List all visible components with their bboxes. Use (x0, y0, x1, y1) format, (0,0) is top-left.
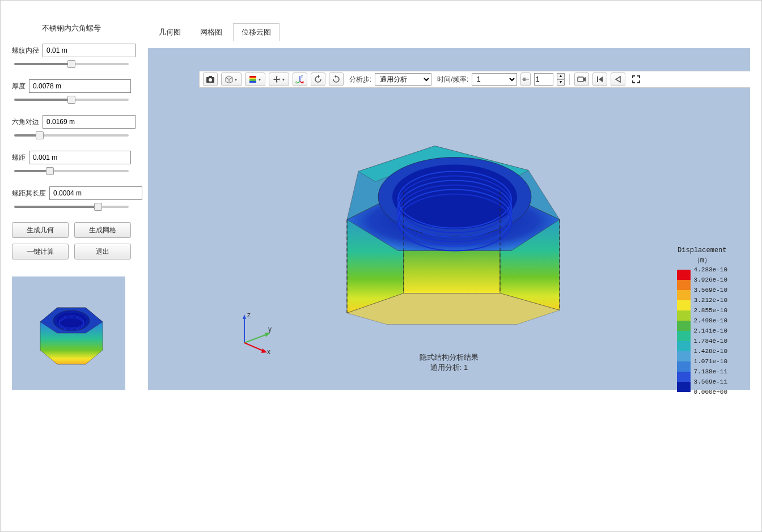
view-cube-button[interactable]: ▼ (221, 73, 242, 86)
param-slider-3[interactable] (14, 167, 129, 176)
svg-marker-31 (599, 76, 603, 82)
sidebar-title: 不锈钢内六角螺母 (12, 23, 131, 33)
axis-y-label: y (268, 325, 272, 333)
fullscreen-button[interactable] (629, 73, 644, 86)
nut-3d-render (302, 97, 596, 354)
svg-rect-15 (249, 78, 256, 79)
axes-toggle-button[interactable]: y x z (293, 73, 307, 86)
chevron-down-icon: ▼ (234, 78, 238, 82)
svg-line-50 (244, 334, 267, 343)
main-viewport[interactable]: ▼ ▼ ▼ y x z (148, 48, 750, 390)
legend-swatch (677, 290, 691, 300)
result-line-1: 隐式结构分析结果 (420, 352, 479, 363)
param-row: 螺距其长度 (12, 186, 131, 200)
legend-value: 4.283e-10 (694, 265, 727, 275)
axis-z-label: z (247, 311, 251, 319)
record-button[interactable] (574, 73, 589, 86)
axis-x-label: x (267, 348, 270, 354)
legend-value: 1.428e-10 (694, 346, 727, 356)
spinner-down-button[interactable]: ▼ (557, 80, 565, 86)
legend-swatch (677, 372, 691, 382)
legend-values: 4.283e-103.926e-103.569e-103.212e-102.85… (691, 265, 727, 397)
param-slider-row (12, 59, 131, 70)
param-input-2[interactable] (43, 115, 136, 129)
legend-swatch (677, 331, 691, 341)
analysis-step-select[interactable]: 通用分析 (375, 73, 431, 86)
svg-text:y: y (301, 75, 303, 78)
legend-swatch (677, 382, 691, 392)
param-slider-0[interactable] (14, 59, 129, 69)
slider-icon (522, 76, 529, 82)
tab-2[interactable]: 位移云图 (233, 23, 280, 41)
param-row: 螺距 (12, 151, 131, 164)
svg-rect-27 (523, 78, 526, 81)
go-first-button[interactable] (592, 73, 607, 86)
param-input-3[interactable] (29, 151, 131, 164)
tab-0[interactable]: 几何图 (150, 23, 189, 41)
param-input-0[interactable] (43, 44, 136, 57)
video-camera-icon (577, 76, 586, 83)
one-click-calc-button[interactable]: 一键计算 (12, 244, 69, 259)
generate-mesh-button[interactable]: 生成网格 (74, 222, 131, 238)
param-label: 螺距其长度 (12, 189, 46, 198)
screenshot-button[interactable] (203, 73, 218, 86)
param-input-1[interactable] (29, 79, 131, 93)
legend-value: 3.212e-10 (694, 295, 727, 305)
preview-nut-render (12, 276, 125, 390)
legend-value: 3.569e-11 (694, 377, 727, 387)
colormap-icon (249, 75, 257, 83)
param-slider-2[interactable] (14, 131, 129, 140)
svg-marker-51 (265, 333, 270, 337)
legend-swatch (677, 361, 691, 372)
param-slider-4[interactable] (14, 202, 129, 211)
legend-swatch (677, 270, 691, 280)
step-back-icon (614, 75, 622, 83)
svg-line-52 (244, 343, 264, 351)
svg-rect-30 (597, 76, 598, 82)
param-slider-row (12, 95, 131, 106)
pan-button[interactable]: ▼ (269, 73, 289, 86)
param-list: 螺纹内径 厚度 六角对边 螺距 螺距其长度 (12, 44, 131, 213)
color-legend: Displacement （m） 4.283e-103.926e-103.569… (677, 246, 727, 397)
rotate-ccw-icon (314, 75, 323, 84)
legend-swatch (677, 310, 691, 321)
param-slider-1[interactable] (14, 95, 129, 104)
legend-color-bar (677, 270, 691, 392)
legend-value: 1.071e-10 (694, 356, 727, 367)
tab-bar: 几何图网格图位移云图 (148, 23, 750, 41)
preview-viewport[interactable] (12, 276, 125, 390)
svg-rect-16 (249, 79, 256, 81)
legend-value: 3.926e-10 (694, 275, 727, 285)
svg-text:x: x (302, 80, 304, 83)
exit-button[interactable]: 退出 (74, 244, 131, 259)
rotate-cw-icon (332, 75, 341, 84)
frame-spinner[interactable] (534, 73, 553, 86)
rotate-ccw-button[interactable] (311, 73, 325, 86)
viewport-toolbar: ▼ ▼ ▼ y x z (199, 71, 750, 88)
legend-swatch (677, 341, 691, 351)
camera-icon (206, 75, 215, 83)
legend-value: 3.569e-10 (694, 285, 727, 295)
skip-first-icon (596, 75, 604, 83)
svg-point-9 (209, 78, 212, 82)
param-label: 螺纹内径 (12, 46, 39, 56)
generate-geometry-button[interactable]: 生成几何 (12, 222, 69, 238)
svg-marker-53 (261, 348, 267, 353)
toolbar-separator (569, 74, 570, 85)
colormap-button[interactable]: ▼ (245, 73, 265, 86)
svg-rect-17 (249, 81, 256, 83)
legend-value: 1.784e-10 (694, 336, 727, 346)
tab-1[interactable]: 网格图 (192, 23, 231, 41)
param-input-4[interactable] (49, 186, 142, 200)
rotate-cw-button[interactable] (329, 73, 344, 86)
svg-rect-28 (578, 77, 583, 82)
legend-swatch (677, 351, 691, 361)
spinner-up-button[interactable]: ▲ (557, 73, 565, 80)
time-freq-label: 时间/频率: (437, 75, 468, 84)
step-back-button[interactable] (611, 73, 625, 86)
time-freq-select[interactable]: 1 (472, 73, 517, 86)
param-row: 螺纹内径 (12, 44, 131, 57)
legend-swatch (677, 321, 691, 331)
svg-text:z: z (295, 80, 297, 83)
slider-toggle-button[interactable] (520, 73, 531, 86)
